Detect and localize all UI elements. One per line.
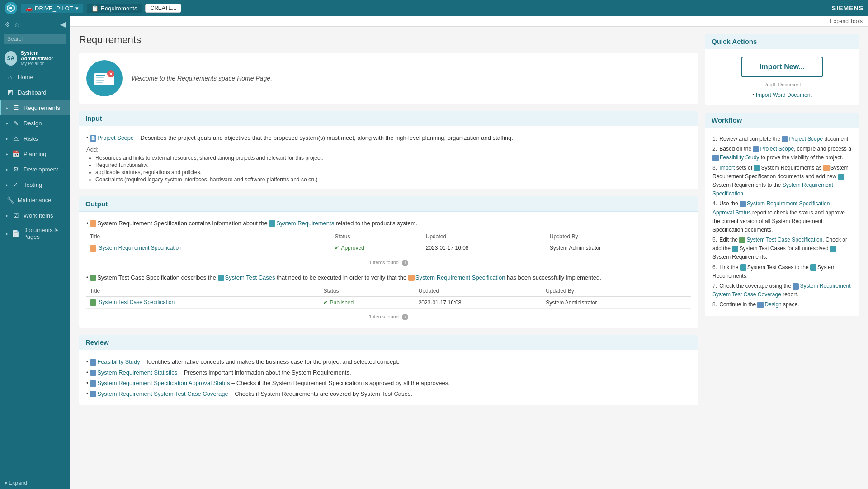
workflow-box: Workflow 1. Review and complete the Proj… (705, 113, 859, 316)
wf-approval-link[interactable]: System Requirement Specification Approva… (712, 200, 830, 215)
review-section: Review • Feasibility Study – Identifies … (79, 335, 698, 405)
sub-bullet-1: Resources and links to external resource… (95, 155, 691, 161)
sidebar-item-requirements[interactable]: ▸ ☰ Requirements (0, 100, 70, 115)
wf-sr2-icon (838, 174, 844, 180)
wf-tc-icon (732, 246, 738, 252)
main-content: Expand Tools Requirements (70, 16, 868, 489)
wf-design-link[interactable]: Design (764, 301, 781, 308)
sidebar-item-planning[interactable]: ▸ 📅 Planning (0, 146, 70, 161)
output-bullet2-post2: has been successfully implemented. (505, 274, 601, 281)
wf-ps2-link[interactable]: Project Scope (760, 146, 794, 152)
col-title-1: Title (86, 231, 331, 242)
project-selector[interactable]: 🚗 DRIVE_PILOT ▾ (21, 4, 83, 13)
review-item-4-text: – Checks if System Requirements are cove… (228, 390, 412, 397)
system-requirements-link[interactable]: System Requirements (276, 220, 334, 227)
col-updated-by-2: Updated By (542, 285, 691, 297)
sub-bullet-4: Constraints (required legacy system inte… (95, 176, 691, 183)
star-icon[interactable]: ☆ (14, 21, 20, 28)
sidebar-item-home[interactable]: ⌂ Home (0, 69, 70, 85)
approval-status-icon (90, 380, 96, 387)
items-found-1-text: 1 items found (369, 260, 399, 265)
svg-rect-6 (96, 80, 104, 81)
work-items-icon: ☑ (12, 211, 20, 219)
test-cases-icon (218, 275, 224, 281)
approval-status-link[interactable]: System Requirement Specification Approva… (97, 380, 230, 386)
wf-import-link[interactable]: Import (719, 165, 735, 171)
wf-sr3-icon (830, 246, 836, 252)
requirements-nav-item[interactable]: 📋 Requirements (87, 4, 142, 13)
sidebar-item-documents[interactable]: ▸ 📄 Documents & Pages (0, 223, 70, 244)
review-item-1: • Feasibility Study – Identifies alterna… (86, 357, 691, 366)
feasibility-study-link[interactable]: Feasibility Study (97, 358, 140, 365)
risks-icon: ⚠ (12, 134, 20, 142)
wf-ps2-icon (753, 146, 759, 152)
sidebar-item-requirements-label: Requirements (24, 104, 60, 111)
system-test-cases-link[interactable]: System Test Cases (225, 274, 275, 281)
wf-design-icon (757, 302, 764, 308)
sub-bullet-3: applicable statutes, regulations and pol… (95, 169, 691, 176)
sidebar-item-work-items[interactable]: ▸ ☑ Work Items (0, 208, 70, 223)
create-button[interactable]: CREATE... (145, 4, 181, 13)
settings-icon[interactable]: ⚙ (5, 21, 10, 28)
fs-icon (90, 359, 96, 366)
wf-srs-link[interactable]: System Requirement Specification (712, 182, 833, 197)
expand-arrow-icon2: ▸ (6, 121, 8, 126)
search-input[interactable] (4, 34, 66, 44)
wf-approval-icon (740, 201, 746, 207)
wf-step-6: 6. Link the System Test Cases to the Sys… (712, 263, 852, 280)
sidebar-item-dashboard[interactable]: ◩ Dashboard (0, 85, 70, 100)
sidebar-item-testing[interactable]: ▸ ✓ Testing (0, 177, 70, 192)
expand-arrow-icon7: ▸ (6, 213, 8, 218)
user-profile[interactable]: SA System Administrator My Polarion (0, 47, 70, 69)
status-approved-label: Approved (341, 245, 364, 251)
stcs-link[interactable]: System Test Case Specification (99, 299, 175, 305)
info-icon-1[interactable]: i (402, 260, 408, 266)
expand-button[interactable]: ▾ Expand (0, 477, 70, 489)
wf-sr-icon (754, 165, 760, 171)
wf-fs-link[interactable]: Feasibility Study (720, 154, 759, 161)
project-scope-link[interactable]: Project Scope (97, 134, 134, 141)
wf-coverage-link[interactable]: System Requirement System Test Case Cove… (712, 283, 851, 298)
quick-actions-body: Import New... ReqIF Document • Import Wo… (705, 49, 859, 105)
coverage-link[interactable]: System Requirement System Test Case Cove… (97, 390, 228, 397)
app-logo[interactable] (5, 2, 17, 14)
sidebar-item-risks[interactable]: ▸ ⚠ Risks (0, 131, 70, 146)
col-status-2: Status (320, 285, 415, 297)
wf-step-5: 5. Edit the System Test Case Specificati… (712, 236, 852, 262)
quick-actions-header: Quick Actions (705, 34, 859, 49)
cell-status-2: ✔Published (320, 297, 415, 309)
requirements-nav-label: Requirements (101, 5, 137, 12)
sidebar-item-design[interactable]: ▸ ✎ Design (0, 115, 70, 131)
table-row: System Requirement Specification ✔Approv… (86, 242, 691, 254)
sidebar-item-maintenance-label: Maintenance (18, 197, 51, 204)
srs-link[interactable]: System Requirement Specification (99, 245, 181, 251)
dashboard-icon: ◩ (6, 88, 14, 96)
input-sub-bullets: Resources and links to external resource… (95, 155, 691, 183)
wf-fs-icon (712, 155, 719, 161)
review-title: Review (85, 338, 109, 346)
svg-rect-5 (96, 77, 104, 78)
review-section-body: • Feasibility Study – Identifies alterna… (79, 350, 698, 405)
sidebar-item-home-label: Home (18, 74, 33, 81)
srs-stats-link[interactable]: System Requirement Statistics (97, 369, 177, 376)
output-bullet2-pre: System Test Case Specification describes… (97, 274, 217, 281)
sidebar-item-risks-label: Risks (24, 135, 38, 142)
import-word-link[interactable]: Import Word Document (756, 92, 812, 98)
info-icon-2[interactable]: i (402, 314, 408, 320)
srs-link2[interactable]: System Requirement Specification (415, 274, 505, 281)
sidebar-item-work-items-label: Work Items (24, 212, 53, 219)
wf-ps-link[interactable]: Project Scope (789, 136, 823, 142)
main-panel: Requirements ✕ (79, 34, 698, 482)
sidebar-item-maintenance[interactable]: 🔧 Maintenance (0, 192, 70, 208)
qa-bullet-link: • Import Word Document (752, 92, 811, 98)
wf-stcs-link[interactable]: System Test Case Specification (746, 237, 822, 243)
cell-status: ✔Approved (331, 242, 422, 254)
home-icon: ⌂ (6, 73, 14, 81)
expand-arrow-icon4: ▸ (6, 152, 8, 157)
cell-updated-by-2: System Administrator (542, 297, 691, 309)
srs-doc-icon (90, 220, 96, 227)
svg-text:✕: ✕ (109, 71, 113, 76)
sidebar-item-development[interactable]: ▸ ⚙ Development (0, 161, 70, 177)
collapse-button[interactable]: ◀ (60, 20, 66, 28)
import-new-button[interactable]: Import New... (741, 57, 823, 77)
